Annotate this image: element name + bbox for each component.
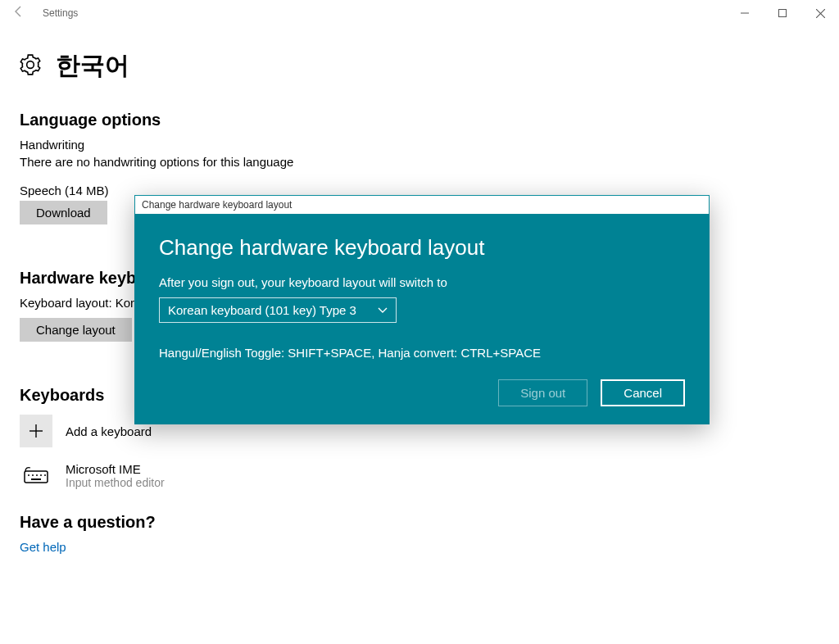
svg-point-8	[32, 474, 34, 476]
dialog-heading: Change hardware keyboard layout	[159, 235, 685, 261]
svg-rect-12	[31, 478, 41, 480]
gear-icon	[20, 54, 41, 78]
minimize-button[interactable]	[726, 0, 764, 26]
section-language-options: Language options	[20, 111, 819, 129]
section-help: Have a question?	[20, 513, 819, 532]
handwriting-desc: There are no handwriting options for thi…	[20, 155, 819, 169]
back-button[interactable]	[0, 5, 38, 21]
maximize-button[interactable]	[764, 0, 801, 26]
keyboard-icon	[20, 459, 52, 492]
layout-select-value: Korean keyboard (101 key) Type 3	[168, 303, 356, 317]
handwriting-label: Handwriting	[20, 138, 819, 152]
sign-out-button[interactable]: Sign out	[498, 379, 587, 406]
svg-rect-1	[779, 10, 787, 17]
ime-sub: Input method editor	[66, 476, 165, 489]
titlebar: Settings	[0, 0, 839, 26]
svg-point-11	[44, 474, 46, 476]
download-button[interactable]: Download	[20, 201, 107, 224]
dialog-hint: Hangul/English Toggle: SHIFT+SPACE, Hanj…	[159, 346, 685, 360]
dialog-frame-title: Change hardware keyboard layout	[134, 195, 710, 214]
keyboard-ime-item[interactable]: Microsoft IME Input method editor	[20, 459, 819, 492]
close-button[interactable]	[801, 0, 839, 26]
layout-select[interactable]: Korean keyboard (101 key) Type 3	[159, 297, 397, 323]
change-layout-button[interactable]: Change layout	[20, 318, 132, 342]
page-header: 한국어	[20, 49, 819, 83]
svg-point-9	[36, 474, 38, 476]
dialog-intro: After you sign out, your keyboard layout…	[159, 275, 685, 289]
svg-point-7	[28, 474, 29, 476]
add-keyboard-label: Add a keyboard	[66, 424, 152, 438]
get-help-link[interactable]: Get help	[20, 540, 819, 554]
chevron-down-icon	[378, 305, 388, 316]
dialog: Change hardware keyboard layout Change h…	[134, 195, 710, 424]
cancel-button[interactable]: Cancel	[601, 379, 685, 406]
plus-icon	[20, 415, 52, 447]
svg-point-10	[40, 474, 42, 476]
window-title: Settings	[38, 7, 78, 19]
page-title: 한국어	[56, 49, 129, 83]
svg-rect-6	[25, 471, 48, 483]
ime-name: Microsoft IME	[66, 462, 165, 476]
